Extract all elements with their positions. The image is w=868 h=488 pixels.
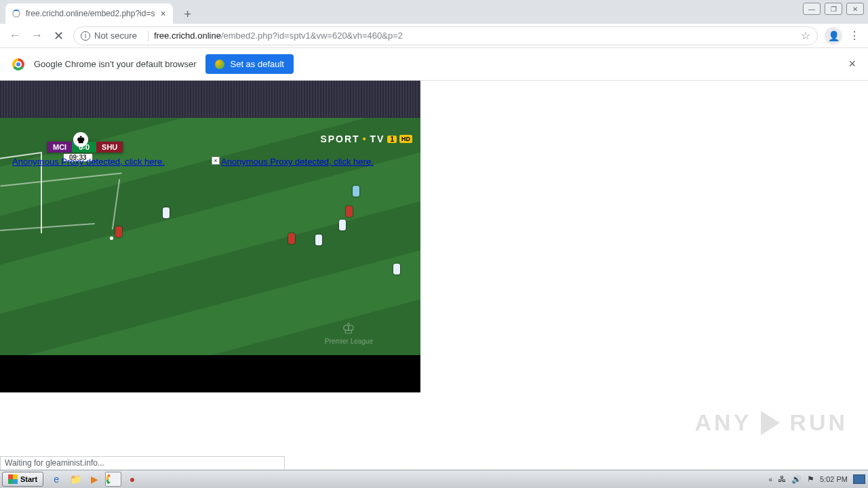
- tray-volume-icon[interactable]: 🔊: [791, 474, 802, 484]
- league-watermark: ♔ Premier League: [325, 320, 373, 345]
- player-white: [339, 220, 346, 230]
- tray-flag-icon[interactable]: ⚑: [807, 474, 814, 484]
- tab-loading-spinner-icon: [12, 9, 20, 18]
- proxy-link[interactable]: Anonymous Proxy detected, click here.: [221, 157, 374, 167]
- stop-reload-button[interactable]: ✕: [47, 25, 69, 47]
- anyrun-watermark: ANY RUN: [695, 409, 848, 436]
- ad-overlay-right: × Anonymous Proxy detected, click here.: [212, 157, 374, 167]
- windows-taskbar: Start e 📁 ▶ ● « 🖧 🔊 ⚑ 5:02 PM: [0, 470, 868, 488]
- tray-clock[interactable]: 5:02 PM: [820, 475, 848, 483]
- player-white: [393, 264, 400, 274]
- premier-league-logo-icon: ♚: [73, 132, 88, 147]
- omnibox-divider: [148, 30, 149, 41]
- status-text: Waiting for gleaminist.info...: [5, 458, 104, 468]
- infobar-message: Google Chrome isn't your default browser: [34, 59, 196, 69]
- set-default-button[interactable]: Set as default: [205, 54, 294, 74]
- close-infobar-icon[interactable]: ×: [848, 57, 856, 71]
- system-tray: « 🖧 🔊 ⚑ 5:02 PM: [768, 474, 868, 484]
- bookmark-star-icon[interactable]: ☆: [801, 29, 810, 42]
- default-browser-infobar: Google Chrome isn't your default browser…: [0, 48, 868, 81]
- close-ad-icon[interactable]: ×: [212, 157, 220, 165]
- team-a-code: MCI: [47, 142, 72, 152]
- url-text: free.crichd.online/embed2.php?id=sptv1&v…: [154, 30, 403, 41]
- ad-overlay-left: Anonymous Proxy detected, click here.: [12, 157, 165, 167]
- start-label: Start: [20, 475, 37, 483]
- show-desktop-button[interactable]: [853, 474, 865, 484]
- chrome-menu-button[interactable]: ⋮: [845, 29, 864, 42]
- site-security-indicator[interactable]: i Not secure: [81, 30, 137, 41]
- security-label: Not secure: [94, 30, 137, 41]
- taskbar-opera-icon[interactable]: ●: [124, 472, 140, 487]
- info-icon: i: [81, 31, 90, 41]
- play-icon: [761, 411, 780, 435]
- browser-status-bar: Waiting for gleaminist.info...: [0, 456, 285, 470]
- profile-avatar[interactable]: 👤: [825, 27, 842, 45]
- address-bar[interactable]: i Not secure free.crichd.online/embed2.p…: [73, 26, 818, 45]
- tab-title: free.crichd.online/embed2.php?id=s: [26, 9, 155, 18]
- window-minimize-button[interactable]: —: [803, 3, 821, 15]
- player-red: [346, 206, 353, 217]
- shield-icon: [215, 60, 224, 69]
- player-sky: [353, 186, 359, 197]
- window-close-button[interactable]: ✕: [846, 3, 864, 15]
- close-tab-icon[interactable]: ×: [160, 8, 165, 19]
- taskbar-explorer-icon[interactable]: 📁: [67, 472, 83, 487]
- window-titlebar: free.crichd.online/embed2.php?id=s × + —…: [0, 0, 868, 24]
- set-default-label: Set as default: [230, 59, 284, 69]
- taskbar-ie-icon[interactable]: e: [48, 472, 64, 487]
- channel-badge: 1: [387, 136, 397, 143]
- browser-toolbar: ← → ✕ i Not secure free.crichd.online/em…: [0, 24, 868, 48]
- player-white: [315, 235, 322, 245]
- player-red: [288, 233, 295, 244]
- football: [110, 237, 113, 240]
- score-bug: ♚ MCI 0-0 SHU 09:33: [47, 142, 123, 152]
- window-maximize-button[interactable]: ❐: [825, 3, 842, 15]
- hd-badge: HD: [399, 135, 412, 143]
- proxy-link[interactable]: Anonymous Proxy detected, click here.: [12, 157, 165, 167]
- back-button[interactable]: ←: [4, 25, 26, 47]
- team-b-code: SHU: [96, 142, 123, 152]
- chrome-logo-icon: [12, 58, 24, 70]
- page-content: ♚ MCI 0-0 SHU 09:33 SPORT•TV 1 HD ♔ Prem…: [0, 81, 868, 470]
- video-player[interactable]: ♚ MCI 0-0 SHU 09:33 SPORT•TV 1 HD ♔ Prem…: [0, 81, 420, 392]
- new-tab-button[interactable]: +: [178, 5, 197, 24]
- tray-network-icon[interactable]: 🖧: [778, 474, 786, 484]
- forward-button[interactable]: →: [26, 25, 47, 47]
- taskbar-media-icon[interactable]: ▶: [86, 472, 102, 487]
- tray-expand-icon[interactable]: «: [768, 476, 772, 483]
- taskbar-chrome-icon[interactable]: [105, 472, 121, 487]
- windows-flag-icon: [8, 474, 18, 484]
- broadcaster-logo: SPORT•TV 1 HD: [320, 134, 412, 144]
- player-white: [163, 207, 170, 218]
- start-button[interactable]: Start: [2, 472, 43, 487]
- browser-tab[interactable]: free.crichd.online/embed2.php?id=s ×: [5, 3, 173, 24]
- player-red: [115, 226, 122, 237]
